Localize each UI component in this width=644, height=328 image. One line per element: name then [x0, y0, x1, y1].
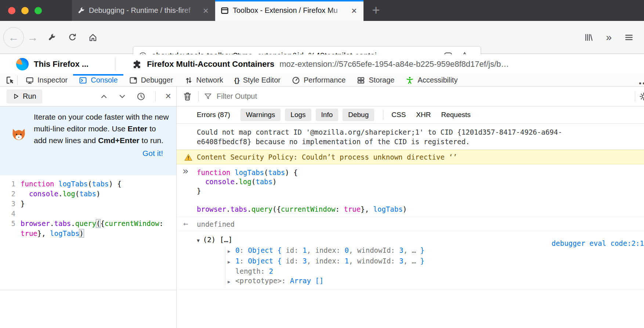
- twisty-closed-icon[interactable]: ▶: [228, 247, 235, 256]
- array-item-row[interactable]: ▶0: Object { id: 1, index: 0, windowId: …: [197, 246, 644, 256]
- tab-debugger[interactable]: Debugger: [123, 74, 179, 87]
- tab-label: Performance: [304, 76, 346, 84]
- filter-logs[interactable]: Logs: [285, 109, 311, 121]
- editor-line[interactable]: 3}: [0, 199, 176, 209]
- run-button[interactable]: Run: [7, 90, 42, 103]
- prototype-text: <prototype>: Array []: [235, 277, 323, 285]
- next-expression-button[interactable]: [118, 92, 127, 101]
- accessibility-icon: [405, 76, 414, 85]
- filter-xhr[interactable]: XHR: [416, 111, 431, 119]
- console-message-csp-warning: Content Security Policy: Couldn’t proces…: [177, 150, 644, 164]
- wrench-icon: [77, 7, 85, 15]
- editor-line[interactable]: true}, logTabs): [0, 229, 176, 238]
- filter-errors[interactable]: Errors (87): [197, 111, 230, 119]
- close-icon: ×: [165, 91, 171, 102]
- echo-code-line: }: [197, 186, 644, 196]
- reload-button[interactable]: [62, 33, 83, 42]
- hamburger-icon: [624, 33, 634, 42]
- browser-tab-debugging[interactable]: Debugging - Runtime / this-firef ×: [72, 0, 215, 21]
- filter-debug[interactable]: Debug: [343, 109, 374, 121]
- app-menu-button[interactable]: [624, 33, 634, 42]
- code-text: true}, logTabs): [21, 229, 84, 238]
- editor-line[interactable]: 1function logTabs(tabs) {: [0, 179, 176, 189]
- editor-bottom-border: [0, 290, 176, 290]
- twisty-closed-icon[interactable]: ▶: [228, 277, 235, 287]
- object-preview: 1: Object { id: 3, index: 1, windowId: 3…: [235, 257, 424, 265]
- close-tab-icon[interactable]: ×: [202, 6, 210, 15]
- node-picker-button[interactable]: [5, 75, 15, 85]
- editor-line[interactable]: 2 console.log(tabs): [0, 189, 176, 199]
- got-it-link[interactable]: Got it!: [34, 147, 170, 159]
- filter-output-input[interactable]: [216, 92, 644, 101]
- library-button[interactable]: [584, 33, 593, 42]
- minimize-window-button[interactable]: [21, 7, 29, 14]
- extension-name: Firefox Multi-Account Containers: [147, 59, 274, 69]
- tab-performance[interactable]: Performance: [286, 74, 351, 87]
- code-text: function logTabs(tabs) {: [21, 179, 122, 189]
- trash-icon: [182, 91, 192, 101]
- divider: [115, 58, 115, 71]
- previous-expression-button[interactable]: [100, 92, 108, 101]
- window-titlebar: Debugging - Runtime / this-firef × Toolb…: [0, 0, 644, 21]
- input-echo-icon: »: [182, 165, 188, 176]
- toolbar-right-buttons: »: [584, 21, 644, 54]
- close-editor-button[interactable]: ×: [165, 91, 171, 101]
- notification-text: Iterate on your code faster with the new…: [34, 111, 170, 146]
- editor-notification: Iterate on your code faster with the new…: [0, 106, 176, 175]
- tab-accessibility[interactable]: Accessibility: [400, 74, 463, 87]
- zoom-window-button[interactable]: [35, 7, 42, 14]
- array-item-row[interactable]: ▶1: Object { id: 3, index: 1, windowId: …: [197, 256, 644, 267]
- multiline-editor[interactable]: 1function logTabs(tabs) { 2 console.log(…: [0, 175, 176, 290]
- editor-line[interactable]: 5browser.tabs.query({currentWindow:: [0, 219, 176, 229]
- tab-label: Inspector: [37, 76, 68, 84]
- line-number: [0, 229, 21, 238]
- divider: [155, 91, 156, 102]
- twisty-open-icon[interactable]: ▼: [197, 238, 200, 243]
- evaluation-history-button[interactable]: [136, 92, 146, 101]
- back-button[interactable]: ←: [3, 27, 24, 48]
- browser-tab-toolbox[interactable]: Toolbox - Extension / Firefox Mu ×: [215, 0, 363, 21]
- new-tab-button[interactable]: +: [369, 3, 383, 18]
- tab-label: Accessibility: [417, 76, 457, 84]
- forward-button[interactable]: →: [24, 31, 41, 44]
- close-tab-icon[interactable]: ×: [350, 6, 358, 15]
- console-output[interactable]: Could not map contract ID '@mozilla.org/…: [177, 124, 644, 328]
- array-children: ▶0: Object { id: 1, index: 0, windowId: …: [197, 246, 644, 287]
- console-toolbar: [177, 87, 644, 106]
- array-prototype-row[interactable]: ▶<prototype>: Array []: [197, 276, 644, 287]
- tab-style-editor[interactable]: {} Style Editor: [229, 74, 286, 87]
- tab-network[interactable]: Network: [179, 74, 229, 87]
- filter-info[interactable]: Info: [316, 109, 339, 121]
- line-number: 5: [0, 219, 21, 229]
- filter-warnings[interactable]: Warnings: [240, 109, 281, 121]
- object-preview: 0: Object { id: 1, index: 0, windowId: 3…: [235, 246, 424, 254]
- editor-line[interactable]: 4: [0, 209, 176, 219]
- console-icon: [79, 76, 87, 85]
- filter-requests[interactable]: Requests: [441, 111, 470, 119]
- back-icon: ←: [8, 31, 19, 44]
- tab-label: Storage: [369, 76, 394, 84]
- tab-storage[interactable]: Storage: [351, 74, 400, 87]
- warning-icon: [184, 153, 193, 162]
- twisty-closed-icon[interactable]: ▶: [228, 258, 235, 267]
- tab-inspector[interactable]: Inspector: [20, 74, 73, 87]
- array-header-row[interactable]: ▼(2) […] debugger eval code:2:1: [197, 235, 644, 245]
- filter-css[interactable]: CSS: [391, 111, 406, 119]
- line-number: 2: [0, 189, 21, 199]
- overflow-menu-button[interactable]: »: [606, 32, 612, 43]
- editor-toolbar: Run ×: [0, 87, 176, 106]
- runtime-label: This Firefox ...: [34, 59, 88, 69]
- console-input-echo: » function logTabs(tabs) { console.log(t…: [177, 164, 644, 217]
- tab-title: Debugging - Runtime / this-firef: [89, 6, 198, 15]
- tab-title: Toolbox - Extension / Firefox Mu: [233, 6, 346, 15]
- settings-gear-icon[interactable]: [639, 92, 644, 101]
- home-button[interactable]: [83, 33, 103, 42]
- console-log-array: ▼(2) […] debugger eval code:2:1 ▶0: Obje…: [177, 231, 644, 290]
- result-value: undefined: [197, 220, 235, 228]
- developer-tools-button[interactable]: [41, 33, 62, 42]
- play-icon: [12, 93, 19, 100]
- clear-console-button[interactable]: [182, 91, 192, 101]
- close-window-button[interactable]: [8, 7, 15, 14]
- firefox-logo-icon: [16, 58, 29, 70]
- tab-console[interactable]: Console: [73, 74, 123, 87]
